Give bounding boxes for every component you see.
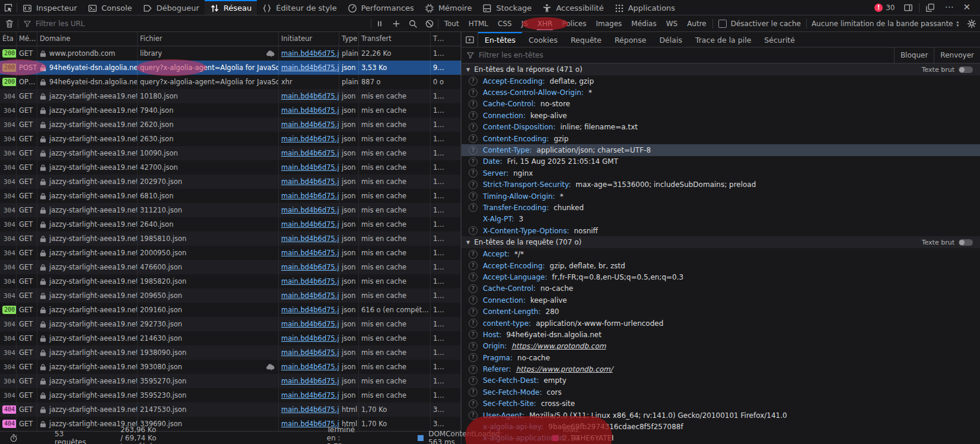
question-icon[interactable]: ? (469, 157, 478, 166)
header-row[interactable]: ?Sec-Fetch-Sitecross-site (462, 398, 980, 410)
question-icon[interactable]: ? (469, 330, 478, 339)
initiator-link[interactable]: main.bd4b6d75.j… (281, 206, 339, 214)
question-icon[interactable]: ? (469, 411, 478, 420)
error-count-badge[interactable]: ! 30 (871, 4, 898, 12)
column-header-7[interactable]: T… (431, 32, 461, 46)
header-row[interactable]: ?Accept-Languagefr,fr-FR;q=0.8,en-US;q=0… (462, 271, 980, 283)
raw-toggle[interactable] (959, 239, 973, 246)
initiator-link[interactable]: main.bd4b6d75.j… (281, 334, 339, 342)
table-row[interactable]: 304GETjazzy-starlight-aeea19.netli…39308… (0, 360, 461, 374)
initiator-link[interactable]: main.bd4b6d75.j… (281, 320, 339, 328)
initiator-link[interactable]: main.bd4b6d75.j… (281, 64, 339, 72)
column-header-4[interactable]: Initiateur (279, 32, 339, 46)
table-row[interactable]: 200POST94he6yatei-dsn.algolia.netquery?x… (0, 61, 461, 75)
toolbox-tab-storage[interactable]: Stockage (477, 0, 537, 15)
table-row[interactable]: 304GETjazzy-starlight-aeea19.netli…42700… (0, 160, 461, 175)
question-icon[interactable]: ? (469, 192, 478, 201)
column-header-6[interactable]: Transfert (359, 32, 431, 46)
question-icon[interactable]: ? (469, 250, 478, 259)
toolbox-tab-performance[interactable]: Performances (342, 0, 419, 15)
headers-filter-input[interactable]: Filtrer les en-têtes (479, 51, 894, 59)
initiator-link[interactable]: main.bd4b6d75.j… (281, 92, 339, 100)
table-row[interactable]: 304GETjazzy-starlight-aeea19.netli…20965… (0, 288, 461, 303)
question-icon[interactable]: ? (469, 353, 478, 362)
question-icon[interactable]: ? (469, 88, 478, 97)
initiator-link[interactable]: main.bd4b6d75.j… (281, 363, 339, 371)
header-row[interactable]: ?Cache-Controlno-store (462, 99, 980, 110)
type-filter-autre[interactable]: Autre (682, 15, 711, 31)
headers-section-header[interactable]: ▼En-têtes de la requête (707 o)Texte bru… (462, 236, 980, 248)
table-row[interactable]: 304GETjazzy-starlight-aeea19.netli…19858… (0, 231, 461, 246)
question-icon[interactable]: ? (469, 134, 478, 143)
question-icon[interactable]: ? (469, 376, 478, 385)
header-row[interactable]: ?Accept-Encodinggzip, deflate, br, zstd (462, 260, 980, 271)
table-row[interactable]: 304GETjazzy-starlight-aeea19.netli…7940.… (0, 103, 461, 118)
type-filter-xhr[interactable]: XHR (533, 15, 558, 31)
close-devtools-button[interactable]: ✕ (959, 3, 974, 12)
question-icon[interactable]: ? (469, 111, 478, 120)
collapse-panel-button[interactable] (462, 32, 478, 47)
details-tab-cookies[interactable]: Cookies (522, 32, 564, 47)
table-row[interactable]: 304GETjazzy-starlight-aeea19.netli…20297… (0, 175, 461, 189)
initiator-link[interactable]: main.bd4b6d75.j… (281, 106, 339, 115)
toolbox-tab-accessibility[interactable]: Accessibilité (537, 0, 609, 15)
toolbox-tab-console[interactable]: Console (82, 0, 138, 15)
header-row[interactable]: x-algolia-api-key9ba0e69fb2974316cdaec8f… (462, 421, 980, 432)
header-row[interactable]: ?Content-Typeapplication/json; charset=U… (462, 144, 980, 156)
initiator-link[interactable]: main.bd4b6d75.j… (281, 135, 339, 143)
type-filter-tout[interactable]: Tout (440, 15, 464, 31)
table-row[interactable]: 200GETwww.protondb.comlibrarymain.bd4b6d… (0, 46, 461, 61)
header-row[interactable]: ?Content-Encodinggzip (462, 133, 980, 144)
header-row[interactable]: ?Access-Control-Allow-Origin* (462, 87, 980, 98)
header-row[interactable]: X-Alg-PT3 (462, 214, 980, 225)
dock-side-button[interactable] (900, 3, 917, 12)
type-filter-ws[interactable]: WS (661, 15, 682, 31)
toolbox-tab-inspector[interactable]: Inspecteur (17, 0, 82, 15)
headers-section-header[interactable]: ▼En-têtes de la réponse (471 o)Texte bru… (462, 64, 980, 75)
header-row[interactable]: ?Originhttps://www.protondb.com (462, 341, 980, 352)
resend-button[interactable]: Renvoyer (934, 47, 980, 63)
initiator-link[interactable]: main.bd4b6d75.j… (281, 306, 339, 314)
question-icon[interactable]: ? (469, 180, 478, 189)
type-filter-polices[interactable]: Polices (557, 15, 591, 31)
initiator-link[interactable]: main.bd4b6d75.j… (281, 177, 339, 186)
question-icon[interactable]: ? (469, 399, 478, 408)
table-row[interactable]: 304GETjazzy-starlight-aeea19.netli…10180… (0, 89, 461, 103)
toolbox-tab-styleeditor[interactable]: Éditeur de style (257, 0, 342, 15)
column-header-2[interactable]: Domaine (37, 32, 138, 46)
column-header-3[interactable]: Fichier (138, 32, 279, 46)
table-row[interactable]: 304GETjazzy-starlight-aeea19.netli…19858… (0, 274, 461, 288)
block-button[interactable]: Bloquer (894, 47, 934, 63)
table-row[interactable]: 304GETjazzy-starlight-aeea19.netli…6810.… (0, 189, 461, 203)
table-row[interactable]: 304GETjazzy-starlight-aeea19.netli…35952… (0, 388, 461, 402)
table-row[interactable]: 304GETjazzy-starlight-aeea19.netli…19380… (0, 345, 461, 360)
details-tab-requ-te[interactable]: Requête (564, 32, 608, 47)
table-row[interactable]: 304GETjazzy-starlight-aeea19.netli…29273… (0, 317, 461, 331)
initiator-link[interactable]: main.bd4b6d75.j… (281, 49, 339, 58)
header-row[interactable]: ?Accept-Encodingdeflate, gzip (462, 75, 980, 87)
header-row[interactable]: ?Servernginx (462, 167, 980, 179)
details-tab-r-ponse[interactable]: Réponse (608, 32, 653, 47)
header-value[interactable]: https://www.protondb.com/ (516, 365, 613, 373)
initiator-link[interactable]: main.bd4b6d75.j… (281, 163, 339, 172)
initiator-link[interactable]: main.bd4b6d75.j… (281, 405, 339, 414)
question-icon[interactable]: ? (469, 100, 478, 109)
toolbox-tab-applications[interactable]: Applications (609, 0, 680, 15)
details-tab-en-t-tes[interactable]: En-têtes (478, 32, 522, 47)
question-icon[interactable]: ? (469, 146, 478, 155)
throttling-select[interactable]: Aucune limitation de la bande passante ▴… (807, 15, 963, 31)
separate-window-button[interactable] (922, 3, 938, 12)
block-request-button[interactable] (421, 15, 438, 31)
type-filter-médias[interactable]: Médias (626, 15, 661, 31)
toolbox-tab-debugger[interactable]: Débogueur (138, 0, 205, 15)
details-tab-s-curit-[interactable]: Sécurité (758, 32, 801, 47)
table-row[interactable]: 304GETjazzy-starlight-aeea19.netli…2630.… (0, 132, 461, 146)
clear-requests-button[interactable] (1, 15, 18, 31)
table-row[interactable]: 404GETjazzy-starlight-aeea19.netli…21475… (0, 402, 461, 417)
initiator-link[interactable]: main.bd4b6d75.j… (281, 377, 339, 385)
table-row[interactable]: 304GETjazzy-starlight-aeea19.netli…10090… (0, 146, 461, 160)
type-filter-js[interactable]: JS (517, 15, 533, 31)
new-request-button[interactable] (388, 15, 405, 31)
header-row[interactable]: ?Content-Length280 (462, 306, 980, 317)
details-tab-trace-de-la-pile[interactable]: Trace de la pile (689, 32, 758, 47)
